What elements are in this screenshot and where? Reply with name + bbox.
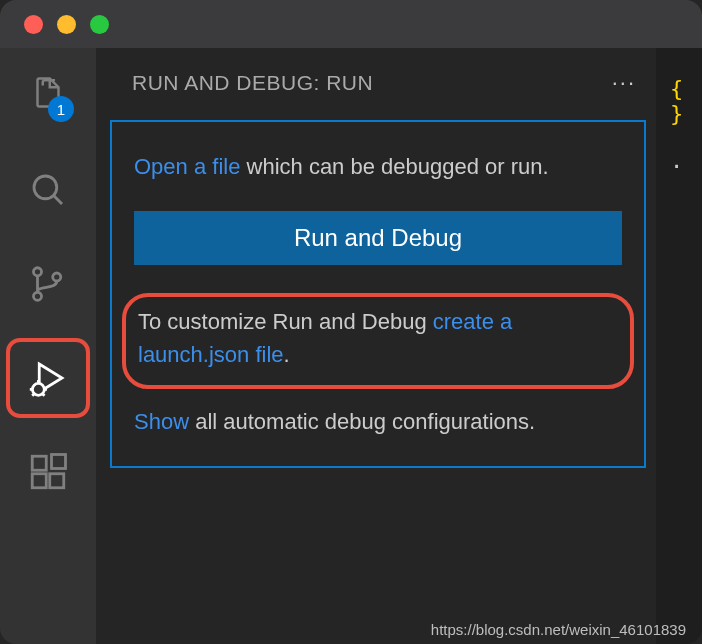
search-icon (27, 169, 69, 211)
run-debug-activity-button[interactable] (8, 348, 88, 408)
show-configs-paragraph: Show all automatic debug configurations. (134, 405, 622, 438)
window-body: 1 (0, 48, 702, 644)
editor-peek: { } . (656, 48, 702, 644)
customize-pre-text: To customize Run and Debug (138, 309, 433, 334)
svg-line-1 (54, 196, 62, 204)
run-and-debug-button[interactable]: Run and Debug (134, 211, 622, 265)
source-control-activity-button[interactable] (8, 254, 88, 314)
show-configs-text: all automatic debug configurations. (189, 409, 535, 434)
extensions-activity-button[interactable] (8, 442, 88, 502)
svg-point-3 (33, 292, 41, 300)
open-file-paragraph: Open a file which can be debugged or run… (134, 150, 622, 183)
svg-line-9 (32, 394, 34, 396)
search-activity-button[interactable] (8, 160, 88, 220)
panel-header: RUN AND DEBUG: RUN ··· (96, 48, 656, 118)
svg-point-2 (33, 268, 41, 276)
svg-rect-14 (52, 455, 66, 469)
titlebar (0, 0, 702, 48)
editor-brace-glyph: { } (670, 76, 702, 126)
panel-content: Open a file which can be debugged or run… (110, 120, 646, 468)
explorer-activity-button[interactable]: 1 (8, 66, 88, 126)
svg-point-4 (53, 273, 61, 281)
customize-post-text: . (284, 342, 290, 367)
close-window-button[interactable] (24, 15, 43, 34)
activity-bar: 1 (0, 48, 96, 644)
svg-line-10 (42, 394, 44, 396)
svg-rect-12 (32, 474, 46, 488)
svg-point-0 (34, 176, 57, 199)
play-bug-icon (27, 357, 69, 399)
show-configs-link[interactable]: Show (134, 409, 189, 434)
minimize-window-button[interactable] (57, 15, 76, 34)
svg-rect-13 (50, 474, 64, 488)
editor-dot-glyph: . (670, 148, 702, 173)
extensions-icon (27, 451, 69, 493)
explorer-badge: 1 (48, 96, 74, 122)
svg-rect-11 (32, 456, 46, 470)
customize-paragraph: To customize Run and Debug create a laun… (122, 293, 634, 389)
open-file-text: which can be debugged or run. (240, 154, 548, 179)
branch-icon (27, 263, 69, 305)
panel-more-button[interactable]: ··· (612, 70, 636, 96)
open-file-link[interactable]: Open a file (134, 154, 240, 179)
vscode-window: 1 (0, 0, 702, 644)
watermark-text: https://blog.csdn.net/weixin_46101839 (431, 621, 686, 638)
run-debug-panel: RUN AND DEBUG: RUN ··· Open a file which… (96, 48, 656, 644)
panel-title: RUN AND DEBUG: RUN (132, 71, 373, 95)
maximize-window-button[interactable] (90, 15, 109, 34)
